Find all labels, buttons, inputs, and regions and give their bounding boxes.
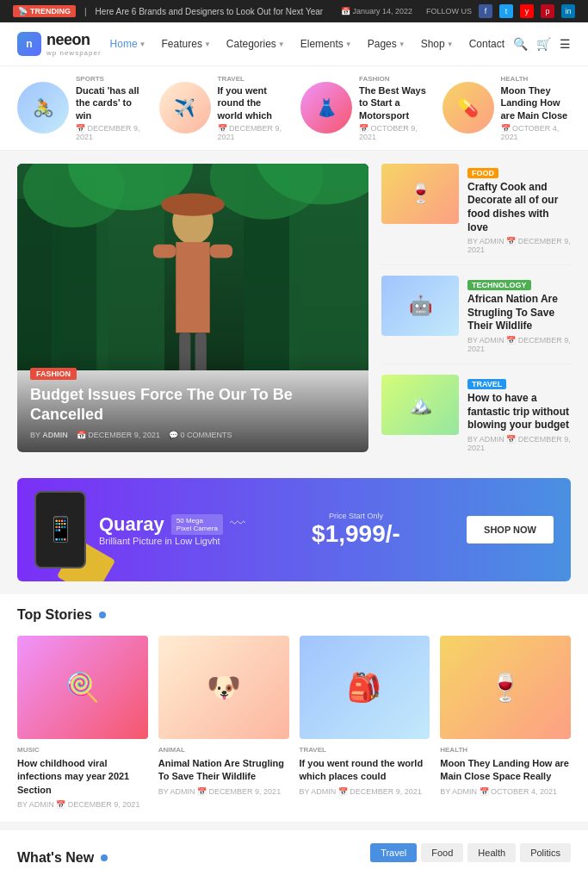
banner-brand-name: Quaray	[99, 513, 164, 536]
featured-info-1: TRAVEL If you went round the world which…	[218, 75, 288, 141]
featured-info-3: HEALTH Moon They Landing How are Main Cl…	[501, 75, 572, 141]
top-stories-title: Top Stories	[17, 607, 92, 623]
side-meta-2: BY ADMIN 📅 DECEMBER 9, 2021	[467, 435, 571, 452]
tab-health[interactable]: Health	[467, 843, 516, 862]
hero-article[interactable]: FASHION Budget Issues Force The Our To B…	[17, 164, 368, 452]
top-bar-right: 📅 January 14, 2022 FOLLOW US f t y p in	[341, 4, 575, 18]
story-card-3[interactable]: 🍷 HEALTH Moon They Landing How are Main …	[440, 636, 571, 809]
divider: |	[84, 7, 87, 16]
follow-label: FOLLOW US	[426, 7, 472, 16]
logo-name: neeon	[46, 31, 102, 49]
featured-title-0: Ducati 'has all the cards' to win	[76, 84, 146, 121]
side-category-0: FOOD	[467, 168, 498, 178]
nav-shop[interactable]: Shop ▼	[414, 34, 461, 54]
nav-pages[interactable]: Pages ▼	[361, 34, 412, 54]
shop-now-button[interactable]: SHOP NOW	[467, 516, 554, 543]
side-card-0[interactable]: 🍷 FOOD Crafty Cook and Decorate all of o…	[381, 164, 571, 254]
hero-overlay: FASHION Budget Issues Force The Our To B…	[17, 351, 368, 452]
whats-new-title-area: What's New	[17, 850, 108, 866]
story-category-2: TRAVEL	[300, 746, 430, 754]
whats-new-dot	[101, 854, 108, 861]
cart-icon[interactable]: 🛒	[536, 37, 551, 51]
whats-new-inner: What's New Travel Food Health Politics 🐪…	[0, 830, 588, 882]
pinterest-icon[interactable]: p	[541, 4, 554, 18]
featured-item-3[interactable]: 💊 HEALTH Moon They Landing How are Main …	[443, 75, 572, 141]
side-title-1: African Nation Are Strugling To Save The…	[467, 293, 571, 333]
story-thumb-2: 🎒	[300, 636, 430, 739]
story-meta-1: BY ADMIN 📅 DECEMBER 9, 2021	[158, 787, 289, 796]
nav-elements[interactable]: Elements ▼	[294, 34, 359, 54]
featured-date-0: 📅 DECEMBER 9, 2021	[76, 124, 146, 141]
hero-comments: 💬 0 COMMENTS	[169, 431, 232, 439]
side-card-2[interactable]: 🏔️ TRAVEL How to have a fantastic trip w…	[381, 375, 571, 452]
side-card-1[interactable]: 🤖 TECHNOLOGY African Nation Are Struglin…	[381, 276, 571, 353]
nav-home[interactable]: Home ▼	[103, 34, 153, 54]
featured-thumb-2: 👗	[300, 82, 352, 134]
nav-actions: 🔍 🛒 ☰	[513, 37, 571, 51]
search-icon[interactable]: 🔍	[513, 37, 528, 51]
banner-price-area: Price Start Only $1,999/-	[312, 512, 400, 548]
story-meta-2: BY ADMIN 📅 DECEMBER 9, 2021	[300, 787, 430, 796]
whats-new-title: What's New	[17, 850, 94, 866]
side-meta-0: BY ADMIN 📅 DECEMBER 9, 2021	[467, 237, 571, 254]
menu-icon[interactable]: ☰	[560, 37, 571, 51]
linkedin-icon[interactable]: in	[561, 4, 575, 18]
promo-banner: 📱 Quaray 50 Mega Pixel Camera 〰 Brillian…	[17, 478, 571, 581]
youtube-icon[interactable]: y	[520, 4, 534, 18]
featured-item-1[interactable]: ✈️ TRAVEL If you went round the world wh…	[159, 75, 288, 141]
banner-left: 📱 Quaray 50 Mega Pixel Camera 〰 Brillian…	[34, 491, 245, 568]
featured-item-0[interactable]: 🚴 SPORTS Ducati 'has all the cards' to w…	[17, 75, 146, 141]
story-thumb-1: 🐶	[158, 636, 289, 739]
trending-headline: Here Are 6 Brands and Designers to Look …	[96, 7, 324, 16]
nav-categories[interactable]: Categories ▼	[220, 34, 292, 54]
side-meta-1: BY ADMIN 📅 DECEMBER 9, 2021	[467, 336, 571, 353]
story-card-2[interactable]: 🎒 TRAVEL If you went round the world whi…	[300, 636, 430, 809]
top-bar: 📡 TRENDING | Here Are 6 Brands and Desig…	[0, 0, 588, 22]
top-stories-section: Top Stories 🍭 MUSIC How childhood viral …	[0, 594, 588, 822]
featured-row: 🚴 SPORTS Ducati 'has all the cards' to w…	[0, 66, 588, 151]
hero-meta: BY ADMIN 📅 DECEMBER 9, 2021 💬 0 COMMENTS	[30, 431, 356, 439]
story-title-1: Animal Nation Are Strugling To Save Thei…	[158, 757, 289, 784]
featured-date-2: 📅 OCTOBER 9, 2021	[359, 124, 430, 141]
nav-features[interactable]: Features ▼	[155, 34, 218, 54]
logo[interactable]: n neeon wp newspaper	[17, 31, 102, 57]
section-dot	[99, 612, 106, 618]
side-info-0: FOOD Crafty Cook and Decorate all of our…	[467, 164, 571, 254]
story-category-3: HEALTH	[440, 746, 571, 754]
facebook-icon[interactable]: f	[479, 4, 492, 18]
svg-rect-15	[210, 245, 232, 258]
featured-item-2[interactable]: 👗 FASHION The Best Ways to Start a Motor…	[300, 75, 430, 141]
banner-phone-image: 📱	[34, 491, 86, 568]
tab-food[interactable]: Food	[421, 843, 463, 862]
svg-rect-14	[153, 245, 176, 258]
top-bar-left: 📡 TRENDING | Here Are 6 Brands and Desig…	[13, 5, 323, 17]
story-title-2: If you went round the world which places…	[300, 757, 430, 784]
twitter-icon[interactable]: t	[499, 4, 513, 18]
header: n neeon wp newspaper Home ▼ Features ▼ C…	[0, 22, 588, 66]
featured-info-2: FASHION The Best Ways to Start a Motorsp…	[359, 75, 430, 141]
side-title-0: Crafty Cook and Decorate all of our food…	[467, 181, 571, 234]
whats-new-header: What's New Travel Food Health Politics	[17, 843, 571, 873]
side-cards: 🍷 FOOD Crafty Cook and Decorate all of o…	[381, 164, 571, 452]
featured-info-0: SPORTS Ducati 'has all the cards' to win…	[76, 75, 146, 141]
tab-travel[interactable]: Travel	[370, 843, 417, 862]
banner-price-label: Price Start Only	[312, 512, 400, 520]
featured-thumb-1: ✈️	[159, 82, 211, 134]
rss-icon: 📡	[18, 7, 28, 16]
featured-date-3: 📅 OCTOBER 4, 2021	[501, 124, 572, 141]
featured-category-2: FASHION	[359, 75, 430, 83]
whats-new-section: What's New Travel Food Health Politics 🐪…	[0, 830, 588, 882]
top-stories-header: Top Stories	[17, 607, 571, 623]
featured-date-1: 📅 DECEMBER 9, 2021	[218, 124, 288, 141]
side-info-2: TRAVEL How to have a fantastic trip with…	[467, 375, 571, 452]
side-thumb-1: 🤖	[381, 276, 459, 336]
logo-sub: wp newspaper	[46, 49, 102, 57]
featured-title-3: Moon They Landing How are Main Close	[501, 84, 572, 121]
story-card-0[interactable]: 🍭 MUSIC How childhood viral infections m…	[17, 636, 148, 809]
nav-contact[interactable]: Contact	[462, 34, 511, 54]
side-title-2: How to have a fantastic trip without blo…	[467, 392, 571, 432]
svg-rect-13	[176, 242, 209, 332]
tab-politics[interactable]: Politics	[520, 843, 571, 862]
svg-rect-12	[176, 196, 209, 214]
story-card-1[interactable]: 🐶 ANIMAL Animal Nation Are Strugling To …	[158, 636, 289, 809]
